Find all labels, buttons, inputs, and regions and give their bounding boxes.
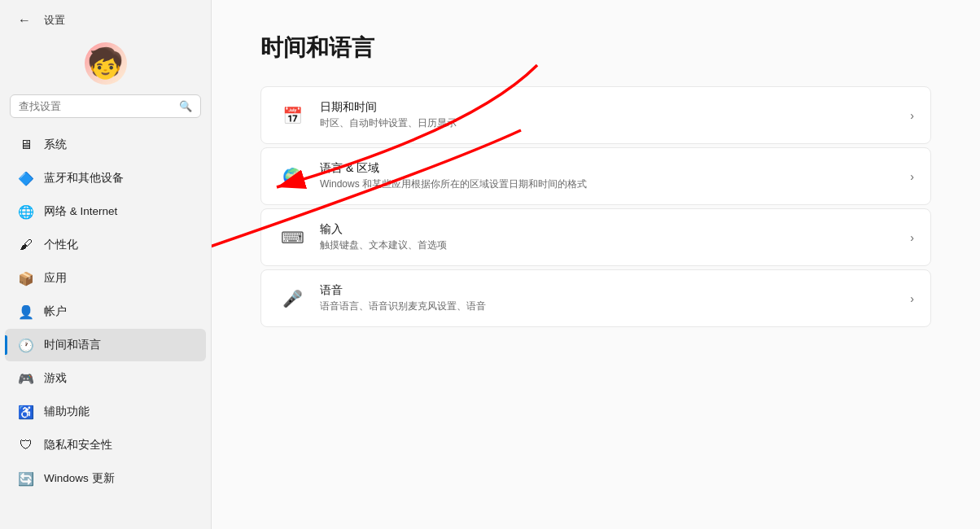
sidebar-nav: 🖥 系统 🔷 蓝牙和其他设备 🌐 网络 & Internet 🖌 个性化 📦 应… bbox=[0, 125, 211, 529]
sidebar: ← 设置 🧒 🔍 🖥 系统 🔷 蓝牙和其他设备 🌐 网络 & Internet … bbox=[0, 0, 212, 529]
settings-item-input[interactable]: ⌨ 输入 触摸键盘、文本建议、首选项 › bbox=[260, 208, 931, 266]
speech-icon: 🎤 bbox=[278, 284, 307, 313]
language-region-desc: Windows 和某些应用根据你所在的区域设置日期和时间的格式 bbox=[320, 177, 910, 191]
settings-item-language-region[interactable]: 🌍 语言 & 区域 Windows 和某些应用根据你所在的区域设置日期和时间的格… bbox=[260, 147, 931, 205]
accessibility-icon: ♿ bbox=[18, 404, 34, 420]
sidebar-item-label: 个性化 bbox=[44, 238, 78, 252]
avatar-area: 🧒 bbox=[0, 36, 211, 94]
windows-update-icon: 🔄 bbox=[18, 470, 34, 487]
sidebar-item-privacy[interactable]: 🛡 隐私和安全性 bbox=[5, 429, 206, 461]
sidebar-item-label: 帐户 bbox=[44, 304, 67, 319]
sidebar-item-gaming[interactable]: 🎮 游戏 bbox=[5, 362, 206, 395]
search-input[interactable] bbox=[19, 100, 173, 112]
sidebar-item-personalization[interactable]: 🖌 个性化 bbox=[5, 229, 206, 261]
settings-item-datetime[interactable]: 📅 日期和时间 时区、自动时钟设置、日历显示 › bbox=[260, 86, 931, 144]
accounts-icon: 👤 bbox=[18, 304, 34, 320]
sidebar-header: ← 设置 bbox=[0, 0, 211, 36]
sidebar-item-label: 隐私和安全性 bbox=[44, 438, 112, 452]
input-icon: ⌨ bbox=[278, 223, 307, 252]
chevron-right-icon: › bbox=[910, 292, 914, 305]
settings-list: 📅 日期和时间 时区、自动时钟设置、日历显示 › 🌍 语言 & 区域 Windo… bbox=[260, 86, 931, 327]
sidebar-item-accessibility[interactable]: ♿ 辅助功能 bbox=[5, 396, 206, 428]
time-language-icon: 🕐 bbox=[18, 337, 34, 353]
sidebar-item-accounts[interactable]: 👤 帐户 bbox=[5, 295, 206, 328]
settings-item-speech[interactable]: 🎤 语音 语音语言、语音识别麦克风设置、语音 › bbox=[260, 269, 931, 327]
search-box[interactable]: 🔍 bbox=[10, 94, 201, 118]
sidebar-item-label: 系统 bbox=[44, 138, 67, 152]
gaming-icon: 🎮 bbox=[18, 370, 34, 387]
network-icon: 🌐 bbox=[18, 203, 34, 220]
datetime-icon: 📅 bbox=[278, 101, 307, 130]
search-icon: 🔍 bbox=[179, 100, 192, 112]
language-region-icon: 🌍 bbox=[278, 162, 307, 191]
sidebar-item-time-language[interactable]: 🕐 时间和语言 bbox=[5, 329, 206, 361]
sidebar-item-label: 应用 bbox=[44, 271, 67, 286]
input-title: 输入 bbox=[320, 222, 910, 237]
input-desc: 触摸键盘、文本建议、首选项 bbox=[320, 238, 910, 252]
privacy-icon: 🛡 bbox=[18, 437, 34, 453]
chevron-right-icon: › bbox=[910, 109, 914, 122]
back-button[interactable]: ← bbox=[13, 11, 36, 29]
sidebar-item-system[interactable]: 🖥 系统 bbox=[5, 129, 206, 161]
sidebar-item-network[interactable]: 🌐 网络 & Internet bbox=[5, 195, 206, 228]
chevron-right-icon: › bbox=[910, 231, 914, 244]
sidebar-item-label: 网络 & Internet bbox=[44, 204, 117, 219]
sidebar-item-label: 游戏 bbox=[44, 371, 67, 386]
sidebar-item-apps[interactable]: 📦 应用 bbox=[5, 262, 206, 295]
sidebar-item-label: Windows 更新 bbox=[44, 471, 115, 486]
sidebar-item-windows-update[interactable]: 🔄 Windows 更新 bbox=[5, 462, 206, 495]
speech-desc: 语音语言、语音识别麦克风设置、语音 bbox=[320, 299, 910, 313]
language-region-title: 语言 & 区域 bbox=[320, 161, 910, 176]
speech-title: 语音 bbox=[320, 283, 910, 298]
sidebar-item-bluetooth[interactable]: 🔷 蓝牙和其他设备 bbox=[5, 162, 206, 195]
chevron-right-icon: › bbox=[910, 170, 914, 183]
main-content: 时间和语言 📅 日期和时间 时区、自动时钟设置、日历显示 › 🌍 语言 & 区域… bbox=[212, 0, 980, 529]
datetime-desc: 时区、自动时钟设置、日历显示 bbox=[320, 116, 910, 130]
settings-label: 设置 bbox=[44, 13, 65, 28]
sidebar-item-label: 辅助功能 bbox=[44, 404, 90, 419]
system-icon: 🖥 bbox=[18, 137, 34, 153]
apps-icon: 📦 bbox=[18, 270, 34, 286]
sidebar-item-label: 时间和语言 bbox=[44, 338, 101, 352]
personalization-icon: 🖌 bbox=[18, 237, 34, 253]
page-title: 时间和语言 bbox=[260, 33, 931, 63]
bluetooth-icon: 🔷 bbox=[18, 170, 34, 186]
avatar: 🧒 bbox=[85, 42, 127, 85]
sidebar-item-label: 蓝牙和其他设备 bbox=[44, 171, 124, 186]
datetime-title: 日期和时间 bbox=[320, 100, 910, 115]
